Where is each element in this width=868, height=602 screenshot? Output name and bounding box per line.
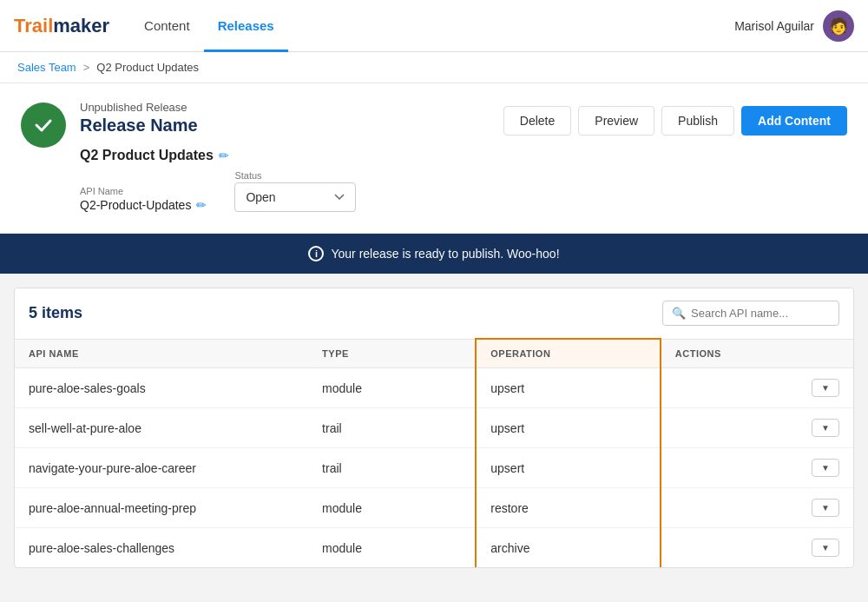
cell-operation: upsert <box>476 408 661 448</box>
cell-type: trail <box>308 448 476 488</box>
user-name: Marisol Aguilar <box>734 19 814 33</box>
cell-operation: upsert <box>476 448 661 488</box>
info-banner: i Your release is ready to publish. Woo-… <box>0 234 868 274</box>
status-field: Status Open Closed <box>234 170 356 212</box>
user-info: Marisol Aguilar 🧑 <box>734 10 854 42</box>
col-header-operation: OPERATION <box>476 339 661 368</box>
status-label: Status <box>234 170 356 181</box>
table-row: sell-well-at-pure-aloe trail upsert ▼ <box>15 408 853 448</box>
cell-operation: restore <box>476 488 661 528</box>
items-count: 5 items <box>29 304 82 322</box>
avatar[interactable]: 🧑 <box>823 10 854 42</box>
cell-api-name: navigate-your-pure-aloe-career <box>15 448 308 488</box>
search-box: 🔍 <box>662 301 839 326</box>
logo-maker: maker <box>53 15 109 36</box>
cell-actions: ▼ <box>661 408 853 448</box>
cell-operation: archive <box>476 528 661 568</box>
table-row: pure-aloe-sales-challenges module archiv… <box>15 528 853 568</box>
breadcrumb-separator: > <box>83 61 90 74</box>
cell-type: module <box>308 368 476 408</box>
logo-trail: Trail <box>14 15 53 36</box>
add-content-button[interactable]: Add Content <box>741 106 847 136</box>
nav-tab-releases[interactable]: Releases <box>204 1 288 52</box>
release-status-icon <box>21 103 66 148</box>
breadcrumb: Sales Team > Q2 Product Updates <box>0 52 868 83</box>
app-logo: Trailmaker <box>14 15 109 37</box>
api-name-field: API Name Q2-Product-Updates ✏ <box>80 186 207 212</box>
cell-actions: ▼ <box>661 448 853 488</box>
info-icon: i <box>308 246 324 261</box>
publish-button[interactable]: Publish <box>661 106 734 136</box>
items-table: API NAME TYPE OPERATION ACTIONS pure-alo… <box>15 338 853 567</box>
actions-dropdown-button[interactable]: ▼ <box>812 459 839 477</box>
release-status-label: Unpublished Release <box>80 101 490 114</box>
actions-dropdown-button[interactable]: ▼ <box>812 379 839 397</box>
release-name-field: Q2 Product Updates ✏ <box>80 148 229 163</box>
release-title: Release Name <box>80 116 490 136</box>
actions-dropdown-button[interactable]: ▼ <box>812 499 839 517</box>
release-actions: Delete Preview Publish Add Content <box>503 106 847 136</box>
status-select[interactable]: Open Closed <box>234 182 356 212</box>
release-card: Unpublished Release Release Name Q2 Prod… <box>0 83 868 234</box>
cell-api-name: sell-well-at-pure-aloe <box>15 408 308 448</box>
release-name-value: Q2 Product Updates <box>80 148 214 163</box>
edit-api-name-icon[interactable]: ✏ <box>196 198 207 212</box>
table-row: navigate-your-pure-aloe-career trail ups… <box>15 448 853 488</box>
breadcrumb-parent[interactable]: Sales Team <box>17 61 76 74</box>
dropdown-arrow-icon: ▼ <box>821 463 830 473</box>
app-header: Trailmaker Content Releases Marisol Agui… <box>0 0 868 52</box>
dropdown-arrow-icon: ▼ <box>821 383 830 393</box>
cell-actions: ▼ <box>661 488 853 528</box>
items-section: 5 items 🔍 API NAME TYPE OPERATION ACTION… <box>14 288 854 568</box>
search-icon: 🔍 <box>672 307 686 320</box>
delete-button[interactable]: Delete <box>503 106 571 136</box>
banner-message: Your release is ready to publish. Woo-ho… <box>331 247 559 261</box>
preview-button[interactable]: Preview <box>578 106 654 136</box>
release-fields: Q2 Product Updates ✏ <box>80 148 490 163</box>
api-name-label: API Name <box>80 186 207 196</box>
edit-release-name-icon[interactable]: ✏ <box>219 149 229 162</box>
api-status-fields: API Name Q2-Product-Updates ✏ Status Ope… <box>80 170 490 212</box>
dropdown-arrow-icon: ▼ <box>821 423 830 433</box>
dropdown-arrow-icon: ▼ <box>821 543 830 552</box>
col-header-actions: ACTIONS <box>661 339 853 368</box>
table-row: pure-aloe-sales-goals module upsert ▼ <box>15 368 853 408</box>
breadcrumb-current: Q2 Product Updates <box>96 61 199 74</box>
actions-dropdown-button[interactable]: ▼ <box>812 419 839 437</box>
actions-dropdown-button[interactable]: ▼ <box>812 539 839 557</box>
cell-type: module <box>308 528 476 568</box>
nav-tab-content[interactable]: Content <box>130 1 204 52</box>
cell-api-name: pure-aloe-annual-meeting-prep <box>15 488 308 528</box>
cell-api-name: pure-aloe-sales-challenges <box>15 528 308 568</box>
cell-type: trail <box>308 408 476 448</box>
release-info: Unpublished Release Release Name Q2 Prod… <box>80 101 490 212</box>
items-header: 5 items 🔍 <box>15 288 853 338</box>
main-nav: Content Releases <box>130 0 734 51</box>
table-row: pure-aloe-annual-meeting-prep module res… <box>15 488 853 528</box>
cell-api-name: pure-aloe-sales-goals <box>15 368 308 408</box>
dropdown-arrow-icon: ▼ <box>821 503 830 513</box>
col-header-api-name: API NAME <box>15 339 308 368</box>
cell-operation: upsert <box>476 368 661 408</box>
items-section-bg: 5 items 🔍 API NAME TYPE OPERATION ACTION… <box>0 288 868 596</box>
cell-actions: ▼ <box>661 368 853 408</box>
col-header-type: TYPE <box>308 339 476 368</box>
search-input[interactable] <box>691 307 830 320</box>
api-name-value: Q2-Product-Updates <box>80 198 191 212</box>
cell-actions: ▼ <box>661 528 853 568</box>
cell-type: module <box>308 488 476 528</box>
